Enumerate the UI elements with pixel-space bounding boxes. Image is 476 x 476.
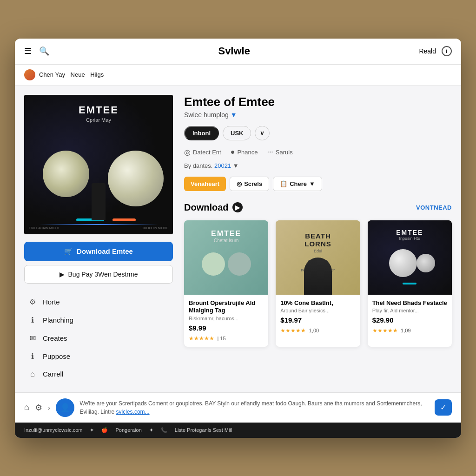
album-art: EMTEE Cpriar May FRILL ACAIN MIGHT CULIO… — [24, 95, 173, 234]
footer-email: Inzulii@unmyclowsic.com — [24, 427, 82, 433]
year-dropdown-icon[interactable]: ▼ — [233, 162, 239, 169]
meta-item-2: ● Phance — [231, 148, 258, 156]
tag-more-btn[interactable]: ∨ — [255, 126, 270, 140]
footer-sep1: ✦ — [90, 427, 94, 433]
bottom-text: We'lte are your Scrertipads Coment or go… — [80, 399, 429, 416]
nav-label-1: Planching — [43, 316, 73, 324]
right-content: Emtee of Emtee Swiee humplog ▼ lnbonl US… — [184, 95, 452, 383]
product-price-2: $29.90 — [372, 316, 447, 324]
product-card-0: EMTEE Chetat lsum Brount Operstrujile Al… — [184, 220, 268, 347]
moon-right-decoration — [108, 151, 164, 206]
filter-icon-3: 📋 — [280, 180, 287, 187]
download-header: Download ▶ VONTNEAD — [184, 202, 452, 213]
download-all-link[interactable]: VONTNEAD — [416, 204, 452, 211]
tag-btn-2[interactable]: USK — [223, 126, 251, 140]
nav-item-1[interactable]: ℹ Planching — [24, 311, 173, 329]
download-title: Download ▶ — [184, 202, 243, 213]
product-image-2: EMTEE Inpusin Htu — [368, 220, 452, 295]
product-card-1: BEATHLORNS Edui 2009 PARENTAL ADVISORY — [276, 220, 360, 347]
prod-1-label: BEATHLORNS — [304, 232, 331, 248]
bottom-chevron-icon[interactable]: › — [48, 404, 50, 411]
stars-0: ★★★★★ — [189, 335, 214, 342]
nav-item-2[interactable]: ✉ Creates — [24, 329, 173, 347]
app-title: Svlwle — [49, 45, 419, 57]
main-content: EMTEE Cpriar May FRILL ACAIN MIGHT CULIO… — [15, 86, 461, 392]
bottom-link[interactable]: svlcles.com... — [116, 409, 150, 415]
menu-icon[interactable]: ☰ — [24, 46, 32, 56]
download-button[interactable]: 🛒 Download Emtee — [24, 242, 173, 261]
footer-sep2: ✦ — [149, 427, 153, 433]
footer-item2: Liste Proteganls Sest Miil — [175, 427, 232, 433]
nav-icon-0: ⚙ — [28, 298, 37, 306]
breadcrumb: Chen Yay Neue Hilgs — [15, 65, 461, 86]
bottom-settings-icon[interactable]: ⚙ — [35, 403, 42, 413]
breadcrumb-item-1[interactable]: Chen Yay — [39, 71, 65, 78]
info-icon[interactable]: i — [442, 46, 452, 56]
footer-phone-icon2: 📞 — [161, 427, 167, 433]
breadcrumb-avatar — [24, 69, 35, 80]
product-rating-1: ★★★★★ 1,00 — [280, 326, 355, 334]
album-title: EMTEE — [24, 104, 173, 116]
search-icon[interactable]: 🔍 — [39, 46, 49, 56]
products-grid: EMTEE Chetat lsum Brount Operstrujile Al… — [184, 220, 452, 347]
product-image-1: BEATHLORNS Edui 2009 PARENTAL ADVISORY — [276, 220, 360, 295]
prod-0-sublabel: Chetat lsum — [214, 238, 238, 243]
nav-icon-3: ℹ — [28, 352, 37, 361]
review-count-0: | 15 — [217, 336, 225, 341]
product-desc-1: Around Bair yliesics... — [280, 308, 355, 313]
nav-icon-4: ⌂ — [28, 370, 37, 378]
subtitle-text: Swiee humplog — [184, 111, 229, 119]
meta-text-1: Datect Ent — [193, 149, 221, 156]
filter-btn-1[interactable]: Venaheart — [184, 177, 226, 191]
year-prefix: By dantes. — [184, 162, 212, 169]
breadcrumb-item-2[interactable]: Neue — [71, 71, 85, 78]
send-button[interactable]: ✓ — [435, 399, 452, 416]
breadcrumb-item-3[interactable]: Hilgs — [90, 71, 104, 78]
footer-item1: Pongeraion — [115, 427, 141, 433]
product-subtitle: Swiee humplog ▼ — [184, 111, 452, 119]
stars-2: ★★★★★ — [372, 327, 398, 334]
figure-body — [92, 183, 106, 220]
footer: Inzulii@unmyclowsic.com ✦ 🍎 Pongeraion ✦… — [15, 423, 461, 438]
meta-icon-1: ◎ — [184, 148, 191, 157]
bottom-bar: ⌂ ⚙ › 👤 We'lte are your Scrertipads Come… — [15, 392, 461, 423]
product-title: Emtee of Emtee — [184, 95, 452, 109]
nav-item-3[interactable]: ℹ Puppose — [24, 347, 173, 365]
stars-1: ★★★★★ — [280, 327, 306, 334]
nav-item-0[interactable]: ⚙ Horte — [24, 293, 173, 311]
filter-row: Venaheart ◎ Screls 📋 Chere ▼ — [184, 177, 452, 191]
download-section: Download ▶ VONTNEAD EMTEE Chetat lsum — [184, 202, 452, 347]
app-header: ☰ 🔍 Svlwle Reald i — [15, 39, 461, 65]
nav-label-0: Horte — [43, 298, 60, 306]
year-link[interactable]: 20021 — [214, 162, 231, 169]
subtitle-dropdown-icon[interactable]: ▼ — [231, 111, 237, 119]
meta-text-3: Saruls — [276, 149, 293, 156]
header-right: Reald i — [419, 46, 452, 56]
bottom-avatar[interactable]: 👤 — [56, 398, 74, 417]
download-title-icon: ▶ — [232, 202, 243, 212]
product-name-2: Thel Need Bhads Festacle — [372, 299, 447, 307]
nav-icon-1: ℹ — [28, 316, 37, 324]
product-price-1: $19.97 — [280, 316, 355, 324]
download-icon: 🛒 — [64, 247, 73, 256]
filter-btn-3[interactable]: 📋 Chere ▼ — [273, 177, 322, 191]
album-bottom-left: FRILL ACAIN MIGHT — [29, 226, 60, 230]
blue-line — [39, 224, 158, 225]
meta-item-3: ··· Saruls — [267, 148, 292, 156]
filter-btn-2[interactable]: ◎ Screls — [230, 177, 269, 191]
meta-row: ◎ Datect Ent ● Phance ··· Saruls — [184, 148, 452, 157]
nav-item-4[interactable]: ⌂ Carrell — [24, 365, 173, 383]
footer-phone-icon: 🍎 — [101, 427, 108, 433]
tag-btn-1[interactable]: lnbonl — [184, 126, 219, 140]
account-label[interactable]: Reald — [419, 47, 436, 55]
year-row: By dantes. 20021 ▼ — [184, 162, 452, 169]
bottom-home-icon[interactable]: ⌂ — [24, 403, 29, 412]
nav-menu: ⚙ Horte ℹ Planching ✉ Creates ℹ Puppose … — [24, 293, 173, 383]
meta-text-2: Phance — [237, 149, 258, 156]
download-label: Download Emtee — [77, 247, 133, 255]
secondary-button[interactable]: ▶ Bug Pay 3Wen Destrme — [24, 265, 173, 284]
meta-icon-2: ● — [231, 148, 235, 156]
tag-row: lnbonl USK ∨ — [184, 126, 452, 140]
product-info-0: Brount Operstrujile Ald Mlalging Tag Ris… — [184, 295, 268, 347]
orange-accent — [112, 218, 136, 221]
